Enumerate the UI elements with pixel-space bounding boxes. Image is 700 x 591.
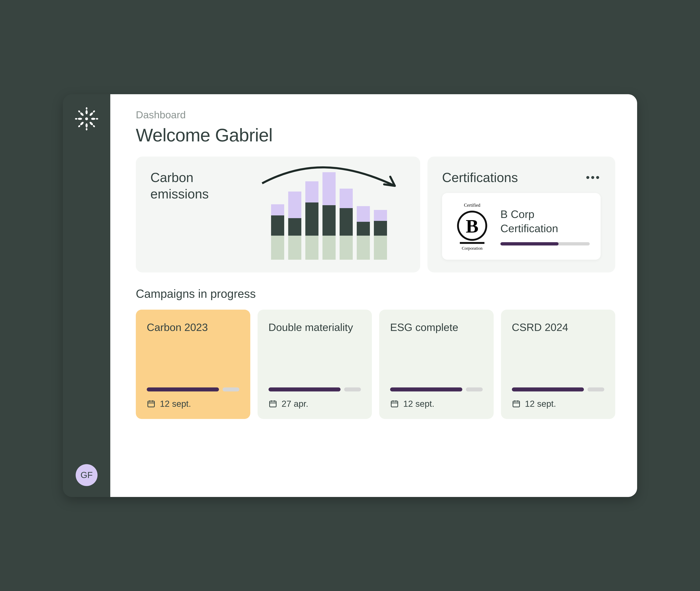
certifications-title: Certifications (442, 169, 518, 186)
campaign-card[interactable]: ESG complete12 sept. (379, 310, 494, 419)
svg-rect-20 (513, 401, 519, 407)
chart-bar (357, 206, 370, 260)
calendar-icon (147, 399, 155, 408)
svg-rect-12 (270, 401, 276, 407)
campaign-card[interactable]: Carbon 202312 sept. (136, 310, 250, 419)
svg-text:B: B (466, 215, 479, 237)
campaign-date: 27 apr. (268, 399, 361, 409)
app-logo-icon[interactable] (73, 105, 100, 132)
campaign-date: 12 sept. (512, 399, 604, 409)
user-avatar[interactable]: GF (76, 464, 98, 486)
svg-rect-16 (391, 401, 398, 407)
certifications-card[interactable]: Certifications ••• Certified B Corporati… (428, 156, 615, 272)
chart-bar (305, 181, 318, 260)
svg-point-1 (85, 110, 88, 114)
carbon-emissions-title: Carbon emissions (150, 169, 245, 260)
campaign-name: Carbon 2023 (147, 321, 239, 350)
chart-bar (271, 204, 284, 260)
svg-rect-8 (148, 401, 154, 407)
campaign-name: CSRD 2024 (512, 321, 604, 350)
app-window: GF Dashboard Welcome Gabriel Carbon emis… (63, 94, 637, 497)
campaign-progress (268, 387, 361, 391)
calendar-icon (512, 399, 521, 408)
chart-bar (322, 172, 336, 260)
svg-text:Corporation: Corporation (462, 246, 483, 251)
carbon-emissions-card[interactable]: Carbon emissions (136, 156, 420, 272)
certification-name: B Corp Certification (500, 207, 590, 236)
more-menu-icon[interactable]: ••• (586, 175, 601, 180)
svg-point-0 (85, 117, 88, 120)
campaign-name: Double materiality (268, 321, 361, 350)
campaign-date: 12 sept. (390, 399, 483, 409)
svg-point-2 (86, 107, 87, 110)
emissions-bar-chart (252, 169, 405, 260)
chart-bar (374, 210, 387, 260)
calendar-icon (268, 399, 277, 408)
campaign-date: 12 sept. (147, 399, 239, 409)
certification-item[interactable]: Certified B Corporation B Corp Certifica… (442, 193, 601, 260)
campaign-progress (512, 387, 604, 391)
sidebar: GF (63, 94, 110, 497)
svg-text:Certified: Certified (464, 202, 480, 208)
bcorp-badge-icon: Certified B Corporation (453, 202, 491, 251)
chart-bar (288, 192, 301, 260)
campaign-name: ESG complete (390, 321, 483, 350)
chart-bar (339, 189, 353, 260)
calendar-icon (390, 399, 399, 408)
campaign-progress (390, 387, 483, 391)
page-title: Welcome Gabriel (136, 125, 615, 146)
dashboard-main: Dashboard Welcome Gabriel Carbon emissio… (110, 94, 637, 497)
campaign-card[interactable]: CSRD 202412 sept. (501, 310, 616, 419)
campaign-progress (147, 387, 239, 391)
campaign-card[interactable]: Double materiality27 apr. (258, 310, 372, 419)
certification-progress (500, 242, 590, 246)
breadcrumb: Dashboard (136, 109, 615, 121)
campaigns-section-title: Campaigns in progress (136, 287, 615, 301)
